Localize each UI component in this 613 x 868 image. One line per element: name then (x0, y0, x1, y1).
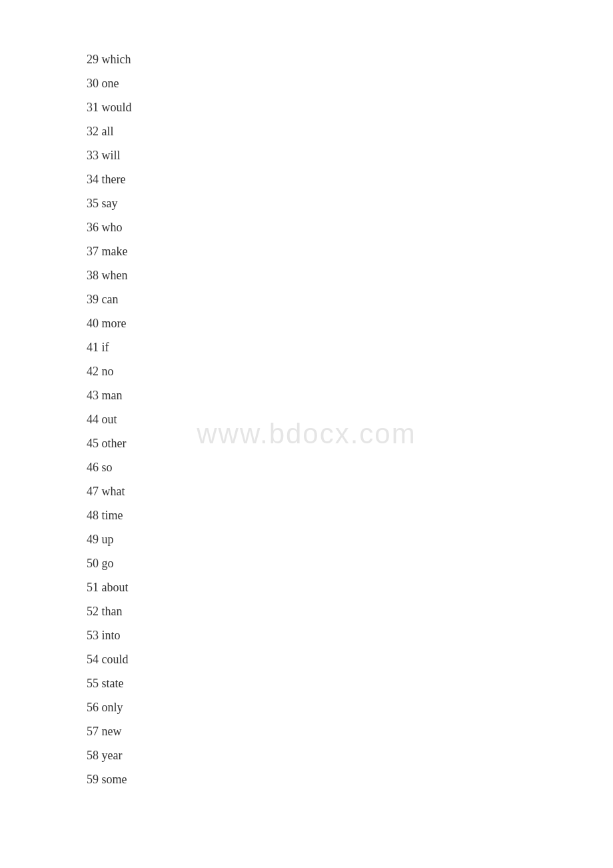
list-item: 41 if (87, 341, 613, 353)
main-content: 29 which30 one31 would32 all33 will34 th… (0, 0, 613, 851)
list-item: 47 what (87, 485, 613, 497)
list-item: 44 out (87, 413, 613, 425)
list-item: 40 more (87, 317, 613, 329)
list-item: 30 one (87, 77, 613, 89)
list-item: 32 all (87, 125, 613, 137)
list-item: 56 only (87, 701, 613, 713)
list-item: 29 which (87, 53, 613, 65)
list-item: 53 into (87, 629, 613, 641)
list-item: 33 will (87, 149, 613, 161)
list-item: 52 than (87, 605, 613, 617)
list-item: 36 who (87, 221, 613, 233)
list-item: 42 no (87, 365, 613, 377)
list-item: 31 would (87, 101, 613, 113)
list-item: 35 say (87, 197, 613, 209)
word-list: 29 which30 one31 would32 all33 will34 th… (87, 53, 613, 785)
list-item: 54 could (87, 653, 613, 665)
list-item: 48 time (87, 509, 613, 521)
list-item: 50 go (87, 557, 613, 569)
list-item: 45 other (87, 437, 613, 449)
list-item: 34 there (87, 173, 613, 185)
list-item: 38 when (87, 269, 613, 281)
list-item: 37 make (87, 245, 613, 257)
list-item: 58 year (87, 749, 613, 761)
list-item: 49 up (87, 533, 613, 545)
list-item: 43 man (87, 389, 613, 401)
list-item: 46 so (87, 461, 613, 473)
list-item: 57 new (87, 725, 613, 737)
list-item: 55 state (87, 677, 613, 689)
list-item: 51 about (87, 581, 613, 593)
list-item: 39 can (87, 293, 613, 305)
list-item: 59 some (87, 773, 613, 785)
